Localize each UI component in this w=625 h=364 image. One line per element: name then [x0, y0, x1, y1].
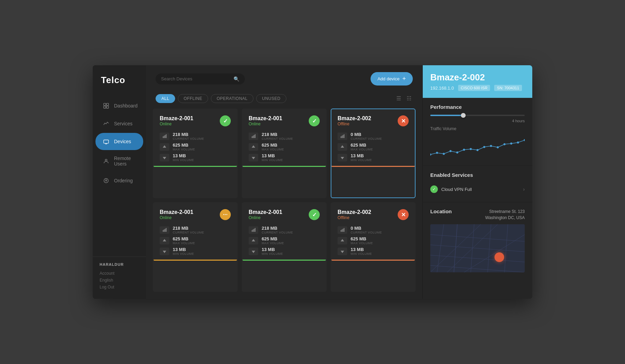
status-badge: ✓	[309, 115, 320, 126]
device-card[interactable]: Bmaze-2-001 Online ✓ 218 MB CURRENT VOLU…	[242, 202, 327, 292]
svg-marker-32	[163, 239, 166, 241]
sidebar-item-remote-users[interactable]: Remote Users	[95, 151, 143, 171]
device-status: Offline	[338, 215, 371, 220]
slider-thumb[interactable]	[461, 113, 466, 118]
detail-header: Bmaze-2-002 192.168.1.0 CISCO 600 ISR SN…	[423, 65, 532, 98]
language-link[interactable]: English	[100, 277, 139, 284]
stat-max: 625 MB MAX VOLUME	[249, 236, 320, 245]
status-badge: ···	[220, 209, 231, 220]
device-card[interactable]: Bmaze-2-002 Offline ✕ 0 MB CURRENT VOLUM…	[331, 109, 416, 198]
svg-point-48	[443, 153, 445, 155]
svg-point-47	[436, 152, 438, 154]
svg-point-46	[430, 153, 431, 156]
username: HARALDUR	[100, 262, 139, 266]
device-card[interactable]: Bmaze-2-002 Offline ✕ 0 MB CURRENT VOLUM…	[331, 202, 416, 292]
svg-point-52	[470, 148, 472, 150]
svg-rect-35	[253, 229, 253, 232]
logout-link[interactable]: Log Out	[100, 284, 139, 291]
remote-users-icon	[102, 157, 110, 165]
svg-rect-10	[163, 136, 163, 138]
svg-marker-27	[341, 157, 344, 159]
svg-marker-44	[341, 239, 344, 241]
stat-current-info: 218 MB CURRENT VOLUME	[262, 132, 293, 140]
device-stats: 218 MB CURRENT VOLUME 625 MB MAX VOLUME	[160, 132, 231, 162]
svg-point-55	[490, 145, 492, 147]
sidebar-label-ordering: Ordering	[114, 178, 133, 183]
max-volume-label: MAX VOLUME	[351, 148, 373, 151]
device-stats: 218 MB CURRENT VOLUME 625 MB MAX VOLUME	[249, 226, 320, 255]
svg-rect-40	[341, 230, 341, 232]
account-link[interactable]: Account	[100, 270, 139, 277]
device-card-footer	[154, 166, 237, 167]
status-badge: ✓	[309, 209, 320, 220]
slider-fill	[430, 115, 463, 116]
device-name: Bmaze-2-002	[338, 115, 371, 122]
device-card[interactable]: Bmaze-2-001 Online ✓ 218 MB CURRENT VOLU…	[242, 109, 327, 198]
current-volume-value: 218 MB	[173, 226, 204, 231]
sidebar-item-dashboard[interactable]: Dashboard	[95, 97, 143, 114]
search-box[interactable]: 🔍	[156, 73, 245, 84]
min-volume-value: 13 MB	[262, 153, 283, 158]
device-card-header: Bmaze-2-001 Online ✓	[249, 115, 320, 126]
max-volume-label: MAX VOLUME	[351, 241, 373, 245]
svg-point-53	[477, 149, 479, 151]
max-volume-label: MAX VOLUME	[262, 241, 284, 245]
volume-icon	[338, 133, 347, 140]
sidebar-item-services[interactable]: Services	[95, 115, 143, 132]
location-map	[430, 224, 525, 272]
svg-rect-41	[342, 229, 342, 232]
location-header: Location Streetname St. 123 Washington D…	[430, 208, 525, 221]
filter-offline[interactable]: OFFLINE	[178, 94, 208, 103]
add-device-button[interactable]: Add device +	[371, 72, 413, 86]
stat-min-info: 13 MB MIN VOLUME	[262, 153, 283, 162]
min-volume-value: 13 MB	[262, 247, 283, 252]
filter-all[interactable]: ALL	[156, 94, 175, 103]
svg-point-58	[510, 143, 512, 145]
min-volume-label: MIN VOLUME	[262, 252, 283, 255]
stat-min: 13 MB MIN VOLUME	[249, 153, 320, 162]
svg-rect-43	[344, 228, 344, 232]
device-name: Bmaze-2-001	[249, 209, 282, 215]
device-card-footer	[331, 166, 415, 167]
device-name: Bmaze-2-001	[160, 209, 193, 215]
current-volume-label: CURRENT VOLUME	[351, 231, 382, 234]
add-icon: +	[402, 75, 406, 82]
filter-operational[interactable]: OPERATIONAL	[211, 94, 253, 103]
current-volume-label: CURRENT VOLUME	[351, 137, 382, 140]
sidebar-label-dashboard: Dashboard	[114, 103, 138, 109]
device-card[interactable]: Bmaze-2-001 Online ✓ 218 MB CURRENT VOLU…	[153, 109, 238, 198]
device-card-header: Bmaze-2-002 Offline ✕	[338, 115, 409, 126]
device-card[interactable]: Bmaze-2-001 Online ··· 218 MB CURRENT VO…	[153, 202, 238, 292]
filter-unused[interactable]: UNUSED	[256, 94, 286, 103]
device-status: Offline	[338, 122, 371, 126]
device-info: Bmaze-2-001 Online	[160, 115, 193, 126]
sidebar-footer: HARALDUR Account English Log Out	[93, 257, 146, 299]
volume-icon	[249, 226, 258, 234]
list-view-icon[interactable]: ☰	[395, 94, 402, 103]
svg-rect-0	[104, 103, 106, 105]
sidebar-label-devices: Devices	[114, 139, 131, 144]
stat-current: 0 MB CURRENT VOLUME	[338, 226, 409, 234]
device-stats: 0 MB CURRENT VOLUME 625 MB MAX VOLUME	[338, 132, 409, 162]
service-item[interactable]: ✓ Cloud VPN Full ›	[430, 183, 525, 196]
svg-marker-20	[252, 145, 255, 148]
stat-current: 218 MB CURRENT VOLUME	[249, 226, 320, 234]
svg-rect-19	[255, 134, 255, 138]
sidebar-item-ordering[interactable]: Ordering	[95, 172, 143, 189]
device-stats: 218 MB CURRENT VOLUME 625 MB MAX VOLUME	[160, 226, 231, 255]
grid-view-icon[interactable]: ☷	[405, 94, 413, 103]
svg-rect-36	[254, 229, 254, 232]
device-card-header: Bmaze-2-001 Online ···	[160, 209, 231, 220]
detail-ip: 192.168.1.0	[430, 86, 454, 91]
performance-slider[interactable]	[430, 115, 525, 116]
performance-title: Performance	[430, 104, 525, 110]
svg-marker-45	[341, 251, 344, 253]
min-volume-label: MIN VOLUME	[351, 158, 372, 162]
svg-rect-3	[106, 106, 109, 108]
sidebar-item-devices[interactable]: Devices	[95, 133, 143, 150]
search-input[interactable]	[161, 76, 231, 81]
arrow-up-icon	[160, 143, 169, 151]
stat-max-info: 625 MB MAX VOLUME	[262, 143, 284, 151]
stat-min-info: 13 MB MIN VOLUME	[351, 153, 372, 162]
status-badge: ✕	[398, 209, 409, 220]
